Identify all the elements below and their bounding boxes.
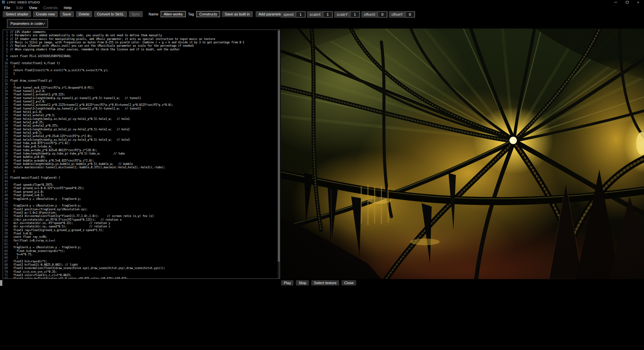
code-line: 22 float tunnel2_w=tunnel2_p*0.2125+tunn… (3, 103, 277, 107)
code-line: 48 float ground_z=0.5; (3, 194, 277, 197)
menubar: FileEditViewControlsHelp (0, 4, 76, 11)
scroll-corner (0, 280, 2, 286)
code-line: 37 float bubble_p=0.05; (3, 156, 277, 159)
code-line: 63 fragCoord.y = iResolution.y - fragCoo… (3, 246, 277, 249)
code-line: 66 } (3, 256, 277, 260)
menu-file[interactable]: File (1, 5, 13, 10)
code-line: 19 float tunnel1_w=tunnel1_p*0.225; (3, 93, 277, 96)
code-line: 42 (3, 173, 277, 176)
playback-bar: Play Stop Select texture Close (281, 280, 356, 286)
window-title: LYRIC VIDEO STUDIO (7, 1, 40, 4)
param-speed: speed1 (281, 11, 306, 18)
sync-button[interactable]: Sync (129, 11, 143, 17)
code-line: 10float2 rotate(float2 k,float t) (3, 62, 277, 65)
menu-edit[interactable]: Edit (13, 5, 26, 10)
code-line: 11 { (3, 65, 277, 69)
code-line: 59 float t=0.0; (3, 232, 277, 235)
code-line: 56 dir.zx=rotate(dir.zx,-PI*speed*0.25);… (3, 222, 277, 225)
param-value-input[interactable]: 0 (405, 11, 415, 17)
code-line: 62 { (3, 243, 277, 246)
create-new-button[interactable]: Create new (33, 11, 58, 17)
app-icon (2, 1, 5, 4)
code-line: 29 float hole2=length(mod(p.yz,hole2_p).… (3, 128, 277, 131)
param-row: speed1scaleX1scaleY1offsetX0offsetY0 (281, 11, 415, 18)
code-line: 54 float3 dir=normalize(float3(p*float2(… (3, 215, 277, 218)
code-line: 23 float tunnel2=length(mod(p.xy,tunnel2… (3, 107, 277, 111)
code-line: 7 (3, 51, 277, 55)
shader-name-input[interactable]: Alien works (161, 11, 185, 17)
code-line: 14 (3, 76, 277, 79)
code-line: 5// Replace iChannel with iMusic.eval( y… (3, 44, 277, 48)
code-line: 47 float ground_y=1.0; (3, 190, 277, 194)
code-line: 1// LVS shader comments (3, 31, 277, 34)
maximize-icon[interactable] (626, 1, 629, 3)
code-line: 16 { (3, 83, 277, 86)
param-label: scaleX (307, 12, 322, 17)
code-line: 40 return max(min(min(-tunnel1,mix(tunne… (3, 166, 277, 169)
shader-name-group: Name Alien works Tag Constructs Save as … (148, 11, 253, 17)
param-scaleX: scaleX1 (307, 11, 333, 18)
code-line: 32 float hole3=length(mod(p.xy,hole3_p).… (3, 138, 277, 142)
code-line: 68 float2 h=float2(-0.0025,0.002); // li… (3, 263, 277, 267)
code-line: 28 float hole2_w=hole2_p*0.375; (3, 124, 277, 128)
param-label: speed (281, 12, 294, 17)
code-line: 12 return float2(cos(t)*k.x-sin(t)*k.y,s… (3, 69, 277, 72)
toolbar-left: Select shader Create new Save Delete Con… (3, 11, 253, 17)
code-line: 15float draw_scene(float3 p) (3, 79, 277, 83)
code-line: 72 float3 color_b=float3(color.x*1.0,col… (3, 277, 277, 279)
menu-view[interactable]: View (26, 5, 40, 10)
code-line: 18 float tunnel1_p=2.0; (3, 90, 277, 93)
title-bar[interactable]: LYRIC VIDEO STUDIO × (0, 0, 644, 4)
param-value-input[interactable]: 1 (350, 11, 360, 17)
param-label: offsetX (361, 12, 376, 17)
code-line: 51 fragCoord.y = iResolution.y - fragCoo… (3, 204, 277, 208)
preview-art (281, 29, 644, 279)
code-line: 21 float tunnel2_p=2.0; (3, 100, 277, 103)
code-line: 8const float PI=3.14159265358979323846; (3, 55, 277, 58)
code-line: 46 float ground_x=1.0-0.325*sin(PI*speed… (3, 187, 277, 190)
code-line: 70 float c=(n.x+n.y+n.z)*0.35; (3, 270, 277, 274)
code-line: 67 float3 hit=ray+dir*t; (3, 260, 277, 263)
param-value-input[interactable]: 1 (323, 11, 332, 17)
code-line: 52 float2 position=(fragCoord.xy/iResolu… (3, 208, 277, 211)
code-line: 53 float2 p=-1.0+2.0*position; (3, 211, 277, 215)
save-button[interactable]: Save (60, 11, 74, 17)
convert-to-sksl-button[interactable]: Convert to SkSL (94, 11, 127, 17)
close-button[interactable]: Close (341, 280, 356, 286)
code-line: 58 float3 ray=float3(ground_x,ground_y,g… (3, 229, 277, 232)
param-value-input[interactable]: 1 (296, 11, 305, 17)
param-value-input[interactable]: 0 (378, 11, 387, 17)
code-line: 69 float3 n=normalize(float3(draw_scene(… (3, 267, 277, 270)
shader-tag-input[interactable]: Constructs (196, 11, 220, 17)
select-texture-button[interactable]: Select texture (311, 280, 339, 286)
code-line: 24 float hole1_p=1.0; (3, 111, 277, 114)
save-as-built-in-button[interactable]: Save as built in (222, 11, 253, 17)
editor-scrollbar-thumb[interactable] (278, 31, 280, 262)
code-editor[interactable]: 1// LVS shader comments2// Parameters ar… (3, 30, 280, 279)
code-line: 31 float hole3_w=hole3_p*0.25+0.125*sin(… (3, 135, 277, 138)
code-line: 61 for(float i=0;i<ray_n;i++) (3, 239, 277, 243)
code-line: 26 float hole1=length(mod(p.xz,hole1_p).… (3, 118, 277, 121)
code-line: 27 float hole2_p=0.25; (3, 121, 277, 124)
name-label: Name (148, 12, 159, 16)
code-line: 9 (3, 58, 277, 62)
stop-button[interactable]: Stop (296, 280, 309, 286)
code-line: 41 } (3, 170, 277, 173)
menu-controls[interactable]: Controls (40, 5, 61, 10)
parameters-in-code-dropdown[interactable]: Parameters in code (7, 19, 48, 28)
editor-scrollbar[interactable] (278, 30, 280, 278)
code-line: 39 float bubble=length(mod(p.yz,bubble_p… (3, 163, 277, 166)
menu-help[interactable]: Help (61, 5, 75, 10)
param-label: scaleY (334, 12, 349, 17)
close-icon[interactable]: × (637, 1, 639, 4)
code-line: 43float4 main(float2 fragCoord) { (3, 176, 277, 180)
select-shader-button[interactable]: Select shader (3, 11, 31, 17)
dropdown-label: Parameters in code (10, 21, 42, 26)
code-line: 6// When copying shaders from other sour… (3, 48, 277, 51)
delete-button[interactable]: Delete (76, 11, 93, 17)
code-lines: 1// LVS shader comments2// Parameters ar… (3, 31, 277, 279)
play-button[interactable]: Play (281, 280, 293, 286)
code-line: 35 float tube_w=tube_p*0.025+0.00125*cos… (3, 149, 277, 152)
code-line: 36 float tube=length(mod(p.xy,tube_p)-tu… (3, 152, 277, 156)
minimize-icon[interactable] (614, 2, 617, 2)
